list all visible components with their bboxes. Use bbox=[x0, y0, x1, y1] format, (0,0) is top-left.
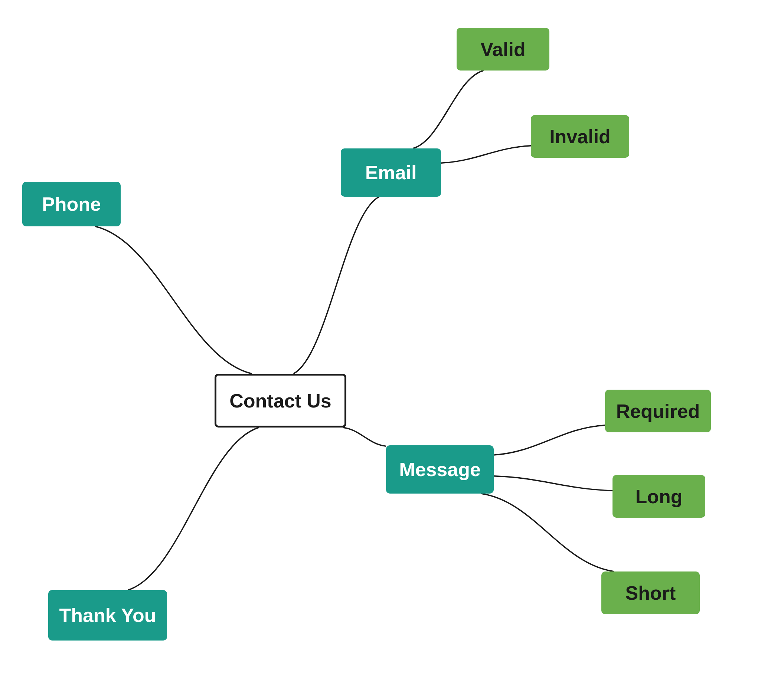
connection-contact_us-to-phone bbox=[95, 226, 252, 374]
node-short: Short bbox=[601, 571, 700, 614]
connection-contact_us-to-email bbox=[294, 197, 380, 374]
connection-message-to-long bbox=[494, 476, 613, 491]
mind-map-diagram: Contact UsEmailPhoneMessageThank YouVali… bbox=[0, 0, 784, 678]
node-message: Message bbox=[386, 445, 494, 494]
node-required: Required bbox=[605, 390, 711, 432]
node-valid: Valid bbox=[457, 28, 549, 70]
node-email: Email bbox=[341, 148, 441, 197]
connection-contact_us-to-message bbox=[343, 428, 386, 446]
connection-contact_us-to-thank_you bbox=[128, 428, 259, 590]
node-thank_you: Thank You bbox=[48, 590, 167, 641]
node-long: Long bbox=[613, 475, 705, 518]
connection-email-to-valid bbox=[413, 70, 484, 148]
connection-message-to-required bbox=[494, 425, 605, 455]
node-contact_us: Contact Us bbox=[215, 374, 346, 428]
connection-email-to-invalid bbox=[441, 146, 531, 163]
connection-message-to-short bbox=[481, 494, 614, 571]
node-invalid: Invalid bbox=[531, 115, 629, 158]
node-phone: Phone bbox=[22, 182, 121, 226]
